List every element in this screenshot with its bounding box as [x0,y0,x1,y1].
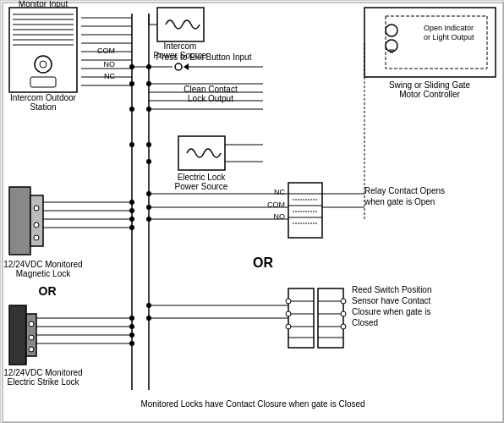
svg-point-75 [146,191,151,196]
svg-point-42 [34,222,39,228]
electric-strike-label: 12/24VDC Monitored [3,368,82,377]
svg-point-43 [34,235,39,240]
open-indicator-label: Open Indicator [424,24,474,32]
svg-point-10 [40,61,47,68]
electric-strike-label2: Electric Strike Lock [7,377,79,387]
svg-rect-11 [30,77,56,87]
reed-switch-label4: Closed [352,318,378,327]
svg-point-48 [129,200,134,205]
svg-point-93 [341,299,346,304]
monitor-input-label: Monitor Input [19,1,68,8]
svg-rect-39 [9,187,30,255]
svg-point-61 [129,316,134,321]
svg-point-101 [146,64,151,69]
intercom-outdoor-label2: Station [30,102,56,112]
svg-point-55 [29,335,34,340]
intercom-power-label: Intercom [164,41,197,51]
no-label-bus: NO [104,60,116,69]
relay-contact-label: Relay Contact Opens [364,186,445,195]
svg-point-63 [129,332,134,338]
svg-point-91 [286,311,291,316]
svg-point-76 [146,205,151,210]
com-label-bus: COM [97,47,115,55]
svg-point-102 [129,81,134,86]
svg-point-98 [146,303,151,308]
electric-lock-label2: Power Source [175,182,228,191]
svg-point-56 [29,347,34,352]
reed-switch-label3: Closure when gate is [352,307,430,316]
relay-contact-label2: when gate is Open [364,197,435,206]
swing-gate-label2: Motor Controller [399,90,460,99]
svg-point-100 [129,64,134,69]
svg-point-41 [34,206,39,211]
press-exit-label: Press to Exit Button Input [156,52,252,62]
reed-switch-label2: Sensor have Contact [352,296,431,305]
svg-rect-65 [288,183,322,238]
electric-lock-label: Electric Lock [178,173,227,182]
svg-point-104 [129,107,134,112]
svg-point-28 [175,63,182,70]
svg-point-95 [341,324,346,329]
swing-gate-label: Swing or Sliding Gate [389,80,471,90]
nc-relay-label: NC [274,188,285,196]
intercom-outdoor-label: Intercom Outdoor [10,93,76,102]
svg-point-54 [29,321,34,327]
svg-point-103 [146,81,151,86]
svg-rect-80 [288,288,314,348]
svg-point-13 [386,25,397,36]
svg-point-62 [129,324,134,329]
or-center-label: OR [253,255,273,270]
svg-point-50 [129,217,134,222]
reed-switch-label: Reed Switch Position [352,285,432,294]
svg-point-49 [129,208,134,213]
magnetic-lock-label: 12/24VDC Monitored [3,260,82,269]
monitored-locks-label: Monitored Locks have Contact Closure whe… [140,399,364,409]
magnetic-lock-label2: Magnetic Lock [16,269,71,278]
svg-point-90 [286,299,291,304]
svg-point-94 [341,311,346,316]
svg-point-92 [286,324,291,329]
or-top-label: OR [39,284,57,298]
svg-point-105 [146,107,151,112]
svg-point-107 [146,142,151,147]
svg-rect-52 [9,305,26,365]
svg-point-106 [129,142,134,147]
wiring-diagram: Monitor Input Intercom Outdoor Station I… [0,0,504,423]
svg-point-64 [129,341,134,346]
svg-point-51 [129,225,134,230]
svg-point-108 [146,159,151,164]
svg-rect-12 [157,8,204,41]
clean-contact-label2: Lock Output [188,94,233,103]
svg-point-99 [146,316,151,321]
svg-rect-81 [318,288,343,348]
svg-rect-36 [178,136,225,170]
nc-label-bus: NC [104,72,115,80]
svg-point-77 [146,217,151,222]
open-indicator-label2: or Light Output [424,33,474,41]
